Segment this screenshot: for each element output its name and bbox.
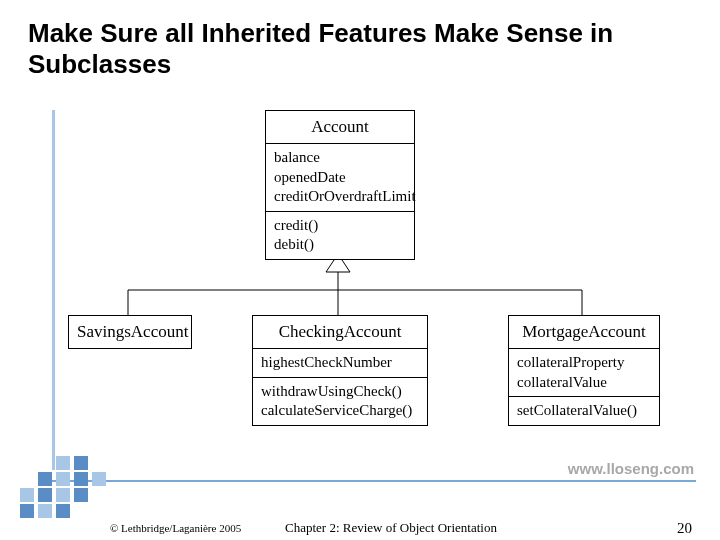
method: credit() [274, 216, 406, 236]
class-account: Account balance openedDate creditOrOverd… [265, 110, 415, 260]
method: setCollateralValue() [517, 401, 651, 421]
attr: highestCheckNumber [261, 353, 419, 373]
class-name: MortgageAccount [509, 316, 659, 349]
attr: collateralProperty [517, 353, 651, 373]
attr: balance [274, 148, 406, 168]
method: calculateServiceCharge() [261, 401, 419, 421]
class-name: SavingsAccount [69, 316, 191, 348]
decorative-side-line [52, 110, 55, 470]
class-name: Account [266, 111, 414, 144]
uml-diagram: Account balance openedDate creditOrOverd… [60, 110, 680, 450]
copyright-text: © Lethbridge/Laganière 2005 [110, 522, 241, 534]
class-attributes: highestCheckNumber [253, 349, 427, 378]
attr: openedDate [274, 168, 406, 188]
method: withdrawUsingCheck() [261, 382, 419, 402]
class-attributes: collateralProperty collateralValue [509, 349, 659, 397]
class-attributes: balance openedDate creditOrOverdraftLimi… [266, 144, 414, 212]
footer-divider [44, 480, 696, 482]
website-label: www.lloseng.com [568, 460, 694, 477]
page-number: 20 [677, 520, 692, 537]
chapter-text: Chapter 2: Review of Object Orientation [285, 520, 497, 536]
method: debit() [274, 235, 406, 255]
class-checking-account: CheckingAccount highestCheckNumber withd… [252, 315, 428, 426]
attr: collateralValue [517, 373, 651, 393]
class-name: CheckingAccount [253, 316, 427, 349]
class-savings-account: SavingsAccount [68, 315, 192, 349]
class-methods: setCollateralValue() [509, 397, 659, 425]
attr: creditOrOverdraftLimit [274, 187, 406, 207]
class-mortgage-account: MortgageAccount collateralProperty colla… [508, 315, 660, 426]
slide-title: Make Sure all Inherited Features Make Se… [28, 18, 668, 80]
logo-icon [20, 456, 108, 522]
class-methods: withdrawUsingCheck() calculateServiceCha… [253, 378, 427, 425]
class-methods: credit() debit() [266, 212, 414, 259]
